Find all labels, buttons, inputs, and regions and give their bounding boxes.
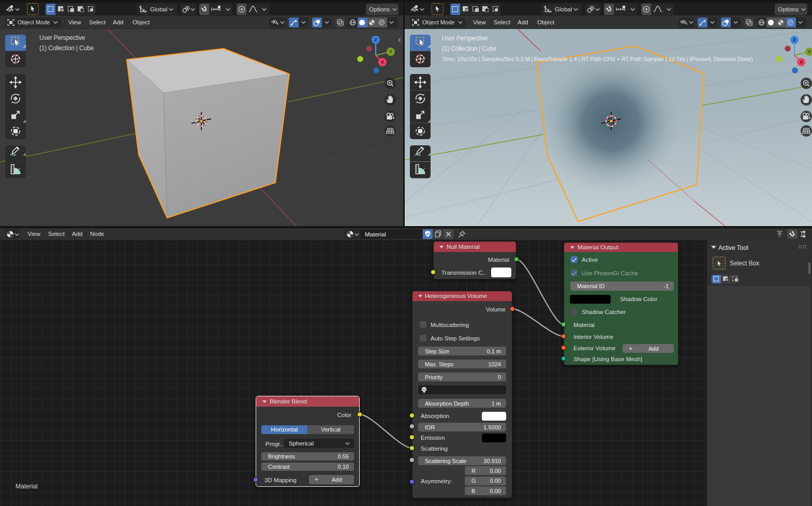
svg-text:X: X (381, 59, 385, 65)
svg-text:Z: Z (793, 37, 796, 42)
svg-text:User Perspective: User Perspective (442, 35, 488, 42)
svg-text:(1) Collection | Cube: (1) Collection | Cube (442, 45, 496, 52)
svg-text:X: X (800, 59, 803, 65)
svg-text:User Perspective: User Perspective (39, 34, 85, 41)
svg-text:Y: Y (808, 49, 811, 54)
svg-text:Time: 10s/10s | Samples/Sec 5.: Time: 10s/10s | Samples/Sec 5.2 M | Rays… (442, 56, 753, 62)
svg-text:Y: Y (389, 49, 393, 54)
svg-text:Z: Z (374, 37, 377, 42)
svg-text:(1) Collection | Cube: (1) Collection | Cube (39, 44, 94, 52)
